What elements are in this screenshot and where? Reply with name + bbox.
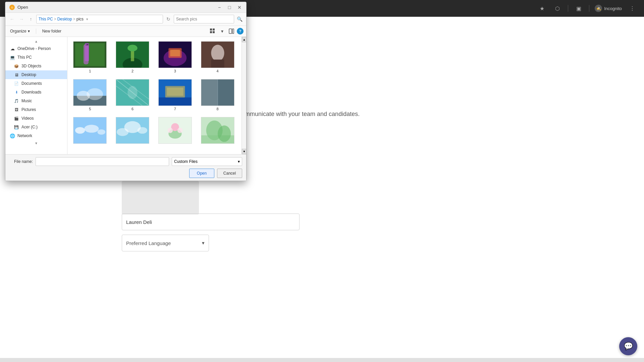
file-item-9[interactable]: [70, 115, 110, 146]
file-item-10[interactable]: [113, 115, 153, 146]
file-thumb-7: [158, 79, 192, 106]
chat-icon: 💬: [624, 342, 633, 351]
file-thumb-8: [201, 79, 234, 106]
svg-point-40: [75, 127, 85, 134]
svg-rect-33: [159, 98, 192, 106]
scrollbar-bottom[interactable]: [0, 358, 644, 362]
preview-button[interactable]: [227, 27, 235, 35]
sidebar-item-3d-objects[interactable]: 📦 3D Objects: [5, 62, 67, 70]
sidebar-item-acer-c[interactable]: 💾 Acer (C:): [5, 123, 67, 131]
new-folder-button[interactable]: New folder: [40, 28, 63, 34]
sidebar-item-videos[interactable]: 🎬 Videos: [5, 114, 67, 123]
sidebar-item-documents[interactable]: 📄 Documents: [5, 79, 67, 88]
svg-rect-22: [211, 60, 224, 68]
file-item-8[interactable]: 8: [198, 77, 237, 113]
svg-point-21: [211, 45, 224, 61]
this-pc-icon: 💻: [9, 54, 15, 60]
sidebar-item-network[interactable]: 🌐 Network: [5, 131, 67, 140]
open-button[interactable]: Open: [189, 169, 214, 178]
minimize-button[interactable]: −: [215, 3, 223, 11]
file-thumb-10: [116, 117, 149, 144]
bookmark-icon[interactable]: ★: [537, 3, 547, 13]
file-label-8: 8: [217, 107, 219, 111]
file-thumb-12: [201, 117, 234, 144]
sidebar-label-network: Network: [17, 133, 32, 138]
sidebar-item-onedrive[interactable]: ☁ OneDrive - Person: [5, 44, 67, 53]
file-item-3[interactable]: 3: [155, 40, 195, 75]
path-pics: pics: [76, 17, 84, 21]
menu-icon[interactable]: ⋮: [627, 3, 637, 13]
dialog-bottom: File name: Custom Files ▾ Open Cancel: [5, 154, 246, 181]
file-item-5[interactable]: 5: [70, 77, 110, 113]
filename-row: File name: Custom Files ▾: [9, 157, 242, 166]
forward-button[interactable]: →: [17, 15, 25, 23]
path-desktop[interactable]: Desktop: [57, 17, 72, 21]
path-dropdown-arrow[interactable]: ▾: [86, 17, 88, 21]
view-dropdown-button[interactable]: ▾: [218, 27, 226, 35]
file-item-7[interactable]: 7: [155, 77, 195, 113]
onedrive-icon: ☁: [9, 46, 15, 52]
view-options-button[interactable]: [209, 27, 217, 35]
toolbar-right: ▾ ?: [209, 27, 244, 35]
file-item-11[interactable]: [155, 115, 195, 146]
file-thumb-3: [158, 41, 192, 68]
close-button[interactable]: ✕: [235, 3, 244, 11]
back-button[interactable]: ←: [8, 15, 16, 23]
file-grid: 1 2: [70, 40, 244, 146]
file-thumb-5: [73, 79, 107, 106]
address-path[interactable]: This PC > Desktop > pics ▾: [36, 15, 163, 23]
filelist-scrollbar: ▲ ▼: [241, 37, 246, 154]
up-button[interactable]: ↑: [27, 15, 35, 23]
filelist-scroll-up[interactable]: ▲: [242, 37, 246, 42]
sidebar-icon[interactable]: ▣: [574, 3, 584, 13]
refresh-button[interactable]: ↻: [164, 15, 172, 23]
language-dropdown[interactable]: Preferred Language ▾: [122, 235, 209, 251]
svg-rect-6: [229, 29, 232, 34]
photo-upload-area[interactable]: [122, 181, 199, 215]
filetype-select[interactable]: Custom Files ▾: [172, 157, 242, 166]
file-item-6[interactable]: 6: [113, 77, 153, 113]
help-button[interactable]: ?: [237, 28, 244, 35]
file-item-12[interactable]: [198, 115, 237, 146]
search-input[interactable]: [174, 15, 234, 23]
sidebar-label-music: Music: [21, 99, 32, 103]
search-button[interactable]: 🔍: [235, 15, 244, 23]
file-item-1[interactable]: 1: [70, 40, 110, 75]
svg-point-50: [167, 128, 173, 133]
cancel-button[interactable]: Cancel: [217, 169, 242, 178]
file-item-4[interactable]: 4: [198, 40, 237, 75]
svg-point-31: [127, 86, 137, 99]
sidebar-item-this-pc[interactable]: 💻 This PC: [5, 53, 67, 62]
file-thumb-1: [73, 41, 107, 68]
file-item-2[interactable]: 2: [113, 40, 153, 75]
filename-input[interactable]: [36, 157, 169, 166]
svg-rect-5: [213, 31, 215, 33]
chrome-separator: [568, 5, 568, 12]
sidebar-scroll-down[interactable]: ▼: [5, 140, 67, 146]
file-label-1: 1: [89, 69, 91, 73]
sidebar-item-pictures[interactable]: 🖼 Pictures: [5, 105, 67, 114]
name-input-field[interactable]: Lauren Deli: [122, 214, 300, 230]
extensions-icon[interactable]: ⬡: [552, 3, 562, 13]
file-label-7: 7: [174, 107, 176, 111]
sidebar-item-music[interactable]: 🎵 Music: [5, 97, 67, 105]
organize-button[interactable]: Organize ▾: [8, 28, 32, 34]
filetype-label: Custom Files: [174, 159, 198, 164]
file-label-2: 2: [131, 69, 133, 73]
maximize-button[interactable]: □: [225, 3, 233, 11]
chat-bubble[interactable]: 💬: [619, 337, 637, 355]
sidebar-scroll-up[interactable]: ▲: [5, 38, 67, 44]
sidebar-item-desktop[interactable]: 🖥 Desktop: [5, 70, 67, 79]
dialog-toolbar: Organize ▾ New folder ▾: [5, 26, 246, 37]
videos-icon: 🎬: [13, 115, 19, 121]
path-this-pc[interactable]: This PC: [39, 17, 53, 21]
filelist-scroll-down[interactable]: ▼: [242, 149, 246, 154]
chrome-separator-2: [589, 5, 589, 12]
new-folder-label: New folder: [42, 29, 61, 34]
sidebar-item-downloads[interactable]: ⬇ Downloads: [5, 88, 67, 97]
dialog-filelist: ▲ ▼ 1: [67, 37, 246, 154]
sidebar-label-downloads: Downloads: [21, 90, 41, 95]
title-controls: − □ ✕: [215, 3, 244, 11]
sidebar-label-pictures: Pictures: [21, 107, 36, 112]
svg-rect-10: [85, 43, 89, 61]
